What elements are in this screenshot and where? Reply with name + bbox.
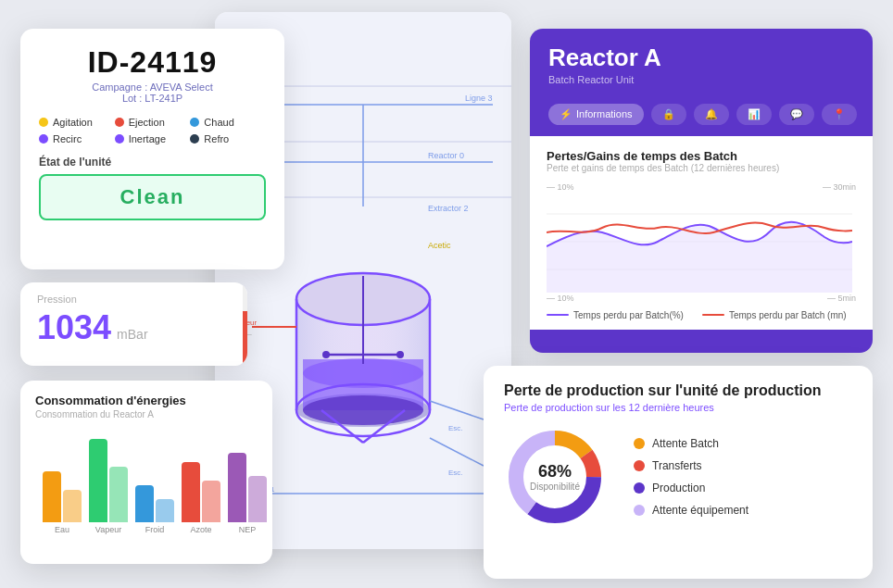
bar-azote-1 bbox=[182, 462, 200, 522]
bar-group-eau: Eau bbox=[43, 430, 82, 534]
tag-inertage: Inertage bbox=[115, 133, 191, 144]
pression-label: Pression bbox=[37, 294, 231, 305]
bar-group-nep: NEP bbox=[228, 430, 267, 534]
tag-label-inertage: Inertage bbox=[129, 133, 166, 144]
reactor-sub: Batch Reactor Unit bbox=[548, 74, 854, 85]
legend-item-red: Temps perdu par Batch (mn) bbox=[702, 310, 847, 320]
perte-sub: Perte de production sur les 12 dernière … bbox=[504, 402, 852, 413]
tab-chart[interactable]: 📊 bbox=[736, 104, 772, 125]
legend-line-red bbox=[702, 314, 724, 316]
tab-location[interactable]: 📍 bbox=[822, 104, 857, 125]
legend-item-purple: Temps perdu par Batch(%) bbox=[547, 310, 684, 320]
svg-text:Extractor 2: Extractor 2 bbox=[428, 204, 469, 213]
line-chart-wrap: — 10% — 30min — 10% — 5min bbox=[547, 182, 856, 303]
label-production: Production bbox=[652, 482, 705, 494]
perte-legend: Attente Batch Transferts Production Atte… bbox=[634, 437, 748, 517]
reactor-title: Reactor A bbox=[548, 44, 854, 72]
axis-right-top: — 30min bbox=[823, 182, 856, 192]
chart-legend: Temps perdu par Batch(%) Temps perdu par… bbox=[547, 310, 856, 320]
donut-wrap: 68% Disponibilité bbox=[504, 426, 606, 528]
bar-group-vapeur: Vapeur bbox=[89, 430, 128, 534]
bar-label-froid: Froid bbox=[145, 525, 165, 534]
svg-point-29 bbox=[396, 351, 404, 358]
dot-production bbox=[634, 482, 645, 494]
tag-ejection: Ejection bbox=[115, 117, 191, 128]
dot-transferts bbox=[634, 460, 645, 471]
bell-icon: 🔔 bbox=[705, 108, 718, 120]
tag-dot-refro bbox=[190, 134, 199, 144]
clean-badge: Clean bbox=[39, 174, 266, 220]
bar-vapeur-2 bbox=[109, 467, 128, 522]
bar-label-vapeur: Vapeur bbox=[95, 525, 121, 534]
tag-dot-chaud bbox=[190, 118, 199, 127]
bar-eau-1 bbox=[43, 471, 61, 522]
svg-text:Ligne 3: Ligne 3 bbox=[465, 94, 493, 103]
id-title: ID-24119 bbox=[39, 45, 266, 80]
tag-dot-agitation bbox=[39, 118, 48, 127]
tag-recirc: Recirc bbox=[39, 133, 115, 144]
bar-froid-1 bbox=[135, 485, 154, 522]
axis-left-bot: — 10% bbox=[547, 294, 574, 303]
bar-froid-2 bbox=[156, 499, 174, 522]
svg-point-19 bbox=[303, 395, 423, 425]
legend-attente-equip: Attente équipement bbox=[634, 504, 748, 517]
svg-text:Esc.: Esc. bbox=[448, 469, 463, 477]
card-conso: Consommation d'énergies Consommation du … bbox=[20, 381, 272, 564]
bar-vapeur-1 bbox=[89, 439, 107, 522]
line-chart-svg bbox=[547, 186, 852, 293]
donut-label: Disponibilité bbox=[530, 482, 580, 492]
tab-bell[interactable]: 🔔 bbox=[694, 104, 729, 125]
card-reactor: Reactor A Batch Reactor Unit ⚡ Informati… bbox=[530, 29, 873, 353]
chart-icon: 📊 bbox=[748, 108, 761, 120]
reactor-header: Reactor A Batch Reactor Unit bbox=[530, 29, 873, 94]
bar-nep-2 bbox=[248, 476, 267, 522]
bar-group-azote: Azote bbox=[182, 430, 220, 534]
lock-icon: 🔒 bbox=[662, 108, 675, 120]
dot-attente-equip bbox=[634, 505, 645, 516]
conso-title: Consommation d'énergies bbox=[35, 394, 258, 407]
campaign-label: Campagne : AVEVA Select bbox=[39, 81, 266, 93]
dot-attente-batch bbox=[634, 438, 645, 449]
etat-section: État de l'unité Clean bbox=[39, 156, 266, 220]
axis-right-bot: — 5min bbox=[827, 294, 856, 303]
tag-dot-ejection bbox=[115, 118, 124, 127]
tag-label-recirc: Recirc bbox=[53, 133, 82, 144]
conso-sub: Consommation du Reactor A bbox=[35, 409, 258, 419]
bar-chart: Eau Vapeur Froid bbox=[35, 432, 258, 534]
tab-lock[interactable]: 🔒 bbox=[651, 104, 686, 125]
bar-eau-2 bbox=[63, 490, 82, 522]
donut-center: 68% Disponibilité bbox=[530, 462, 580, 492]
label-attente-equip: Attente équipement bbox=[652, 504, 748, 517]
tag-label-agitation: Agitation bbox=[53, 117, 93, 128]
tag-dot-recirc bbox=[39, 134, 48, 144]
svg-point-28 bbox=[322, 351, 330, 358]
tag-dot-inertage bbox=[115, 134, 124, 144]
batch-chart-area: Pertes/Gains de temps des Batch Perte et… bbox=[530, 136, 873, 330]
tag-agitation: Agitation bbox=[39, 117, 115, 128]
card-pression: Pression 1034 mBar bbox=[20, 282, 247, 366]
axis-left-top: — 10% bbox=[547, 182, 574, 192]
tab-informations[interactable]: ⚡ Informations bbox=[548, 104, 644, 125]
legend-label-red: Temps perdu par Batch (mn) bbox=[729, 310, 847, 320]
svg-text:Acetic: Acetic bbox=[428, 241, 451, 250]
chat-icon: 💬 bbox=[790, 108, 803, 120]
tag-refro: Refro bbox=[190, 133, 266, 144]
svg-text:Esc.: Esc. bbox=[448, 424, 463, 432]
pression-bar-wrap bbox=[243, 282, 247, 366]
pression-bar-fill bbox=[243, 311, 247, 366]
svg-text:Reactor 0: Reactor 0 bbox=[428, 151, 464, 160]
location-icon: 📍 bbox=[833, 108, 846, 120]
bar-group-froid: Froid bbox=[135, 430, 174, 534]
tag-chaud: Chaud bbox=[190, 117, 266, 128]
legend-production: Production bbox=[634, 482, 748, 494]
tab-chat[interactable]: 💬 bbox=[779, 104, 814, 125]
label-transferts: Transferts bbox=[652, 459, 702, 472]
card-id: ID-24119 Campagne : AVEVA Select Lot : L… bbox=[20, 29, 284, 269]
bar-label-eau: Eau bbox=[55, 525, 69, 534]
scene: ID-24119 Campagne : AVEVA Select Lot : L… bbox=[20, 12, 873, 577]
bar-nep-1 bbox=[228, 453, 246, 522]
legend-transferts: Transferts bbox=[634, 459, 748, 472]
legend-label-purple: Temps perdu par Batch(%) bbox=[573, 310, 684, 320]
tab-informations-label: Informations bbox=[576, 108, 633, 119]
tag-label-refro: Refro bbox=[204, 133, 229, 144]
